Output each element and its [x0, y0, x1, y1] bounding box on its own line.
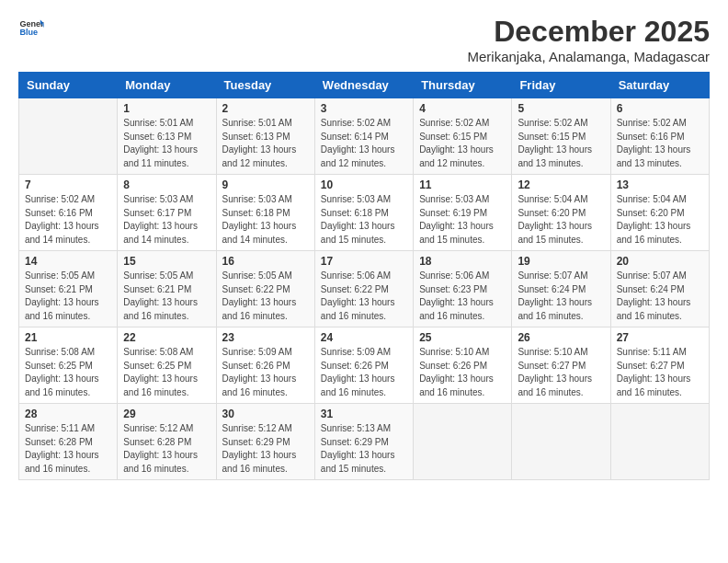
calendar-cell: 21Sunrise: 5:08 AM Sunset: 6:25 PM Dayli…	[19, 327, 118, 404]
day-number: 17	[321, 255, 407, 268]
day-info: Sunrise: 5:07 AM Sunset: 6:24 PM Dayligh…	[518, 270, 604, 323]
calendar-cell	[610, 404, 709, 480]
calendar-cell: 12Sunrise: 5:04 AM Sunset: 6:20 PM Dayli…	[512, 175, 610, 251]
day-number: 2	[222, 102, 309, 115]
day-number: 20	[617, 255, 703, 268]
day-info: Sunrise: 5:07 AM Sunset: 6:24 PM Dayligh…	[617, 270, 703, 323]
location-title: Merikanjaka, Analamanga, Madagascar	[468, 49, 710, 64]
calendar-header-cell: Saturday	[610, 73, 709, 98]
calendar-cell: 2Sunrise: 5:01 AM Sunset: 6:13 PM Daylig…	[216, 98, 314, 175]
day-number: 16	[222, 255, 309, 268]
calendar-week-row: 7Sunrise: 5:02 AM Sunset: 6:16 PM Daylig…	[19, 175, 710, 251]
day-number: 28	[25, 408, 111, 420]
calendar-cell: 25Sunrise: 5:10 AM Sunset: 6:26 PM Dayli…	[414, 327, 512, 404]
day-number: 25	[419, 331, 506, 344]
day-info: Sunrise: 5:05 AM Sunset: 6:21 PM Dayligh…	[25, 270, 111, 323]
day-info: Sunrise: 5:13 AM Sunset: 6:29 PM Dayligh…	[321, 422, 407, 476]
calendar-cell	[19, 98, 118, 175]
day-number: 26	[518, 331, 604, 344]
calendar-cell: 6Sunrise: 5:02 AM Sunset: 6:16 PM Daylig…	[610, 98, 709, 175]
day-number: 7	[25, 178, 111, 191]
day-info: Sunrise: 5:06 AM Sunset: 6:22 PM Dayligh…	[321, 270, 407, 323]
day-number: 5	[518, 102, 604, 115]
day-number: 23	[222, 331, 309, 344]
day-info: Sunrise: 5:02 AM Sunset: 6:15 PM Dayligh…	[518, 117, 604, 170]
calendar-cell: 30Sunrise: 5:12 AM Sunset: 6:29 PM Dayli…	[216, 404, 314, 480]
calendar-cell: 8Sunrise: 5:03 AM Sunset: 6:17 PM Daylig…	[118, 175, 216, 251]
day-info: Sunrise: 5:03 AM Sunset: 6:17 PM Dayligh…	[123, 193, 210, 247]
day-info: Sunrise: 5:08 AM Sunset: 6:25 PM Dayligh…	[25, 346, 111, 399]
calendar-cell: 17Sunrise: 5:06 AM Sunset: 6:22 PM Dayli…	[314, 251, 413, 327]
day-number: 10	[321, 178, 407, 191]
calendar-cell: 10Sunrise: 5:03 AM Sunset: 6:18 PM Dayli…	[314, 175, 413, 251]
calendar-week-row: 21Sunrise: 5:08 AM Sunset: 6:25 PM Dayli…	[19, 327, 710, 404]
calendar-header-cell: Friday	[512, 73, 610, 98]
day-info: Sunrise: 5:04 AM Sunset: 6:20 PM Dayligh…	[518, 193, 604, 247]
calendar-cell: 15Sunrise: 5:05 AM Sunset: 6:21 PM Dayli…	[118, 251, 216, 327]
day-info: Sunrise: 5:10 AM Sunset: 6:26 PM Dayligh…	[419, 346, 506, 399]
calendar-cell: 28Sunrise: 5:11 AM Sunset: 6:28 PM Dayli…	[19, 404, 118, 480]
logo-icon: General Blue	[18, 15, 44, 40]
calendar-week-row: 28Sunrise: 5:11 AM Sunset: 6:28 PM Dayli…	[19, 404, 710, 480]
title-area: December 2025 Merikanjaka, Analamanga, M…	[468, 15, 710, 64]
calendar-cell	[512, 404, 610, 480]
day-number: 30	[222, 408, 309, 420]
day-info: Sunrise: 5:02 AM Sunset: 6:16 PM Dayligh…	[617, 117, 703, 170]
day-number: 8	[123, 178, 210, 191]
day-number: 27	[617, 331, 703, 344]
day-info: Sunrise: 5:08 AM Sunset: 6:25 PM Dayligh…	[123, 346, 210, 399]
day-number: 13	[617, 178, 703, 191]
calendar-cell: 16Sunrise: 5:05 AM Sunset: 6:22 PM Dayli…	[216, 251, 314, 327]
day-number: 29	[123, 408, 210, 420]
calendar-cell: 18Sunrise: 5:06 AM Sunset: 6:23 PM Dayli…	[414, 251, 512, 327]
calendar-cell: 20Sunrise: 5:07 AM Sunset: 6:24 PM Dayli…	[610, 251, 709, 327]
day-info: Sunrise: 5:02 AM Sunset: 6:16 PM Dayligh…	[25, 193, 111, 247]
header: General Blue December 2025 Merikanjaka, …	[18, 15, 710, 64]
day-number: 4	[419, 102, 506, 115]
calendar-header-cell: Thursday	[414, 73, 512, 98]
day-info: Sunrise: 5:11 AM Sunset: 6:28 PM Dayligh…	[25, 422, 111, 476]
day-number: 9	[222, 178, 309, 191]
calendar-header-cell: Wednesday	[314, 73, 413, 98]
day-info: Sunrise: 5:02 AM Sunset: 6:15 PM Dayligh…	[419, 117, 506, 170]
day-info: Sunrise: 5:04 AM Sunset: 6:20 PM Dayligh…	[617, 193, 703, 247]
day-number: 6	[617, 102, 703, 115]
day-number: 11	[419, 178, 506, 191]
day-info: Sunrise: 5:05 AM Sunset: 6:22 PM Dayligh…	[222, 270, 309, 323]
day-info: Sunrise: 5:06 AM Sunset: 6:23 PM Dayligh…	[419, 270, 506, 323]
day-info: Sunrise: 5:05 AM Sunset: 6:21 PM Dayligh…	[123, 270, 210, 323]
logo: General Blue	[18, 15, 44, 40]
svg-text:Blue: Blue	[19, 28, 38, 37]
day-info: Sunrise: 5:10 AM Sunset: 6:27 PM Dayligh…	[518, 346, 604, 399]
calendar-cell: 19Sunrise: 5:07 AM Sunset: 6:24 PM Dayli…	[512, 251, 610, 327]
day-info: Sunrise: 5:02 AM Sunset: 6:14 PM Dayligh…	[321, 117, 407, 170]
day-info: Sunrise: 5:11 AM Sunset: 6:27 PM Dayligh…	[617, 346, 703, 399]
day-number: 3	[321, 102, 407, 115]
day-info: Sunrise: 5:12 AM Sunset: 6:28 PM Dayligh…	[123, 422, 210, 476]
day-number: 24	[321, 331, 407, 344]
calendar-week-row: 14Sunrise: 5:05 AM Sunset: 6:21 PM Dayli…	[19, 251, 710, 327]
calendar-table: SundayMondayTuesdayWednesdayThursdayFrid…	[18, 72, 710, 480]
calendar-cell: 31Sunrise: 5:13 AM Sunset: 6:29 PM Dayli…	[314, 404, 413, 480]
calendar-header-cell: Sunday	[19, 73, 118, 98]
day-number: 1	[123, 102, 210, 115]
day-number: 18	[419, 255, 506, 268]
month-title: December 2025	[468, 15, 710, 49]
calendar-cell: 27Sunrise: 5:11 AM Sunset: 6:27 PM Dayli…	[610, 327, 709, 404]
calendar-cell: 3Sunrise: 5:02 AM Sunset: 6:14 PM Daylig…	[314, 98, 413, 175]
day-info: Sunrise: 5:09 AM Sunset: 6:26 PM Dayligh…	[321, 346, 407, 399]
day-info: Sunrise: 5:12 AM Sunset: 6:29 PM Dayligh…	[222, 422, 309, 476]
calendar-header-row: SundayMondayTuesdayWednesdayThursdayFrid…	[19, 73, 710, 98]
calendar-cell: 14Sunrise: 5:05 AM Sunset: 6:21 PM Dayli…	[19, 251, 118, 327]
day-number: 15	[123, 255, 210, 268]
day-number: 12	[518, 178, 604, 191]
calendar-week-row: 1Sunrise: 5:01 AM Sunset: 6:13 PM Daylig…	[19, 98, 710, 175]
day-info: Sunrise: 5:09 AM Sunset: 6:26 PM Dayligh…	[222, 346, 309, 399]
day-info: Sunrise: 5:03 AM Sunset: 6:18 PM Dayligh…	[321, 193, 407, 247]
calendar-cell: 13Sunrise: 5:04 AM Sunset: 6:20 PM Dayli…	[610, 175, 709, 251]
calendar-cell: 29Sunrise: 5:12 AM Sunset: 6:28 PM Dayli…	[118, 404, 216, 480]
day-number: 19	[518, 255, 604, 268]
day-number: 31	[321, 408, 407, 420]
calendar-cell: 1Sunrise: 5:01 AM Sunset: 6:13 PM Daylig…	[118, 98, 216, 175]
calendar-cell: 26Sunrise: 5:10 AM Sunset: 6:27 PM Dayli…	[512, 327, 610, 404]
